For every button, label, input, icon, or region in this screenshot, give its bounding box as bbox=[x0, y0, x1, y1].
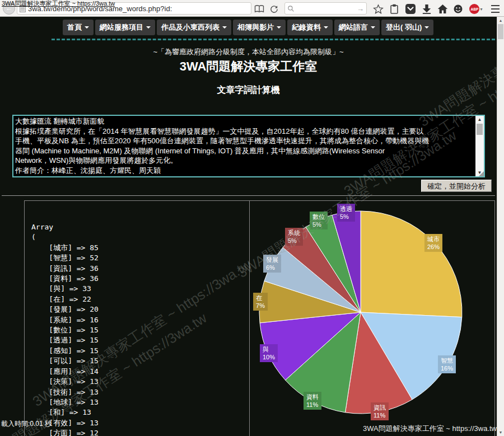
chevron-down-icon bbox=[277, 26, 281, 29]
pie-label-與: 與10% bbox=[260, 344, 278, 362]
chevron-down-icon bbox=[324, 26, 328, 29]
textarea-scroll-up-icon[interactable]: ▲ bbox=[475, 116, 484, 123]
pie-label-在: 在7% bbox=[253, 293, 268, 311]
pie-label-智慧: 智慧16% bbox=[438, 355, 456, 373]
search-input[interactable] bbox=[295, 4, 357, 12]
scroll-down-icon[interactable]: ▼ bbox=[497, 429, 504, 436]
nav-item-5[interactable]: 網站語言 bbox=[334, 20, 380, 35]
abp-caret-icon: ▾ bbox=[480, 7, 482, 12]
result-table: Array ( [城市] => 85 [智慧] => 52 [資訊] => 36… bbox=[24, 200, 495, 436]
home-icon[interactable] bbox=[437, 3, 448, 15]
nav-item-label: 網站語言 bbox=[339, 22, 368, 32]
horizontal-rule bbox=[2, 195, 495, 196]
pie-label-數位: 數位5% bbox=[310, 212, 328, 229]
page-content: 首頁網站服務項目作品及小東西列表相簿與影片紀錄資料網站語言登出( 羽山) ~「為… bbox=[0, 17, 497, 436]
search-box[interactable]: → bbox=[284, 2, 367, 15]
rating-notice: ~「為響應政府網路分級制度，本站全部內容均為限制級」~ bbox=[0, 47, 497, 57]
clipboard-icon[interactable] bbox=[389, 3, 400, 15]
nav-item-label: 相簿與影片 bbox=[237, 22, 274, 32]
site-credit: 3WA問題解決專家工作室 ~ https://3wa.tw bbox=[363, 424, 497, 434]
pie-chart[interactable]: 城市26%智慧16%資訊11%資料11%與10%在7%發展6%系統5%數位5%透… bbox=[250, 201, 494, 436]
analyze-button[interactable]: 確定，並開始分析 bbox=[421, 180, 492, 192]
scroll-thumb[interactable] bbox=[498, 24, 503, 39]
feedback-smiley-icon[interactable] bbox=[452, 3, 464, 15]
word-count-cell: Array ( [城市] => 85 [智慧] => 52 [資訊] => 36… bbox=[25, 201, 250, 436]
chevron-down-icon bbox=[424, 26, 429, 29]
article-textarea[interactable]: 大數據匯流 翻轉城市新面貌 根據拓墣產業研究所，在「2014 年智慧展看智慧聯網… bbox=[12, 115, 485, 177]
textarea-resize-grip[interactable] bbox=[479, 171, 484, 176]
nav-item-0[interactable]: 首頁 bbox=[63, 20, 94, 35]
pie-slice-城市[interactable] bbox=[361, 211, 462, 317]
pocket-icon[interactable] bbox=[405, 3, 416, 15]
textarea-scrollbar[interactable]: ▲ ▼ bbox=[475, 116, 484, 176]
load-time-status: 載入時間:0.01 秒 bbox=[1, 419, 52, 429]
tab-title: 3WA問題解決專家工作室 ~ https://3wa.tw bbox=[2, 0, 115, 8]
pie-label-發展: 發展6% bbox=[263, 255, 281, 273]
nav-item-4[interactable]: 紀錄資料 bbox=[287, 20, 333, 35]
abp-badge: ABP bbox=[469, 4, 479, 14]
chevron-down-icon bbox=[222, 26, 227, 29]
textarea-scroll-thumb[interactable] bbox=[477, 124, 483, 135]
nav-item-1[interactable]: 網站服務項目 bbox=[95, 20, 155, 35]
chevron-down-icon bbox=[85, 26, 89, 29]
scroll-up-icon[interactable]: ▲ bbox=[497, 17, 504, 24]
download-icon[interactable] bbox=[421, 3, 432, 15]
nav-item-label: 網站服務項目 bbox=[100, 22, 143, 32]
nav-bar: 首頁網站服務項目作品及小東西列表相簿與影片紀錄資料網站語言登出( 羽山) bbox=[63, 20, 433, 35]
reload-icon[interactable] bbox=[268, 3, 279, 15]
adblock-plus-icon[interactable]: ABP ▾ bbox=[468, 3, 484, 15]
bookmark-star-icon[interactable] bbox=[372, 3, 384, 15]
dashed-divider bbox=[52, 39, 495, 40]
site-title: 3WA問題解決專家工作室 bbox=[0, 58, 497, 75]
nav-item-6[interactable]: 登出( 羽山) bbox=[381, 20, 433, 35]
search-go-icon[interactable]: → bbox=[357, 4, 364, 13]
pie-label-城市: 城市26% bbox=[424, 234, 442, 252]
chevron-down-icon bbox=[371, 26, 375, 29]
pie-label-資訊: 資訊11% bbox=[371, 402, 389, 420]
nav-item-label: 登出( 羽山) bbox=[386, 22, 422, 32]
page-scrollbar[interactable]: ▲ ▼ bbox=[497, 17, 504, 436]
search-icon bbox=[287, 5, 295, 12]
article-text: 大數據匯流 翻轉城市新面貌 根據拓墣產業研究所，在「2014 年智慧展看智慧聯網… bbox=[13, 116, 475, 176]
nav-item-2[interactable]: 作品及小東西列表 bbox=[157, 20, 231, 35]
page-title: 文章字詞計算機 bbox=[0, 85, 497, 96]
browser-chrome: ← 3wa.tw/demo/php/word/same_words.php?id… bbox=[0, 0, 504, 17]
pie-label-透過: 透過5% bbox=[337, 204, 355, 222]
menu-hamburger-icon[interactable] bbox=[489, 3, 501, 15]
nav-item-3[interactable]: 相簿與影片 bbox=[233, 20, 286, 35]
nav-item-label: 紀錄資料 bbox=[292, 22, 321, 32]
chevron-down-icon bbox=[146, 26, 151, 29]
nav-item-label: 作品及小東西列表 bbox=[161, 22, 220, 32]
reader-mode-icon[interactable] bbox=[254, 3, 265, 15]
nav-item-label: 首頁 bbox=[67, 22, 82, 32]
pie-label-系統: 系統5% bbox=[285, 228, 303, 246]
pie-label-資料: 資料11% bbox=[304, 392, 321, 410]
array-output: Array ( [城市] => 85 [智慧] => 52 [資訊] => 36… bbox=[31, 222, 249, 436]
